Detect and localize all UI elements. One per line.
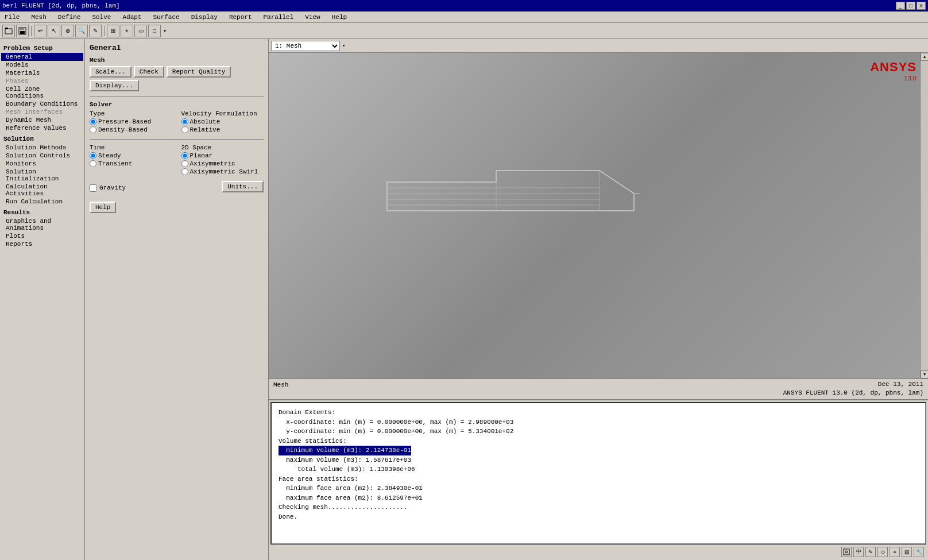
menu-view[interactable]: View bbox=[303, 13, 322, 21]
toolbar-measure[interactable]: ✎ bbox=[89, 25, 102, 37]
sidebar-item-models[interactable]: Models bbox=[1, 61, 83, 69]
density-based-label: Density-Based bbox=[98, 126, 148, 133]
toolbar-zoom-in-rect[interactable]: ⊕ bbox=[61, 25, 74, 37]
sidebar-item-cell-zone[interactable]: Cell Zone Conditions bbox=[1, 85, 83, 100]
toolbar-zoom-in[interactable]: 🔍 bbox=[75, 25, 88, 37]
console-tool-pencil[interactable]: ✎ bbox=[865, 547, 876, 557]
sidebar-item-boundary[interactable]: Boundary Conditions bbox=[1, 100, 83, 108]
close-button[interactable]: X bbox=[917, 2, 926, 10]
scrollbar-track bbox=[921, 61, 928, 370]
axisymmetric-swirl-radio[interactable] bbox=[181, 168, 188, 175]
scrollbar-up-arrow[interactable]: ▲ bbox=[921, 53, 928, 61]
viz-status-label: Mesh bbox=[273, 380, 288, 388]
console-line-12: Done. bbox=[279, 512, 918, 522]
display-btn-row: Display... bbox=[90, 80, 264, 91]
toolbar-open[interactable] bbox=[2, 25, 15, 37]
transient-radio[interactable] bbox=[90, 160, 96, 167]
sidebar-section-solution: Solution bbox=[1, 134, 83, 144]
pressure-based-radio[interactable] bbox=[90, 118, 96, 125]
sidebar-item-reference-values[interactable]: Reference Values bbox=[1, 124, 83, 132]
units-button[interactable]: Units... bbox=[222, 181, 264, 192]
planar-row: Planar bbox=[181, 152, 264, 159]
menu-display[interactable]: Display bbox=[189, 13, 220, 21]
console-tool-diamond[interactable]: ◇ bbox=[877, 547, 888, 557]
menu-adapt[interactable]: Adapt bbox=[120, 13, 144, 21]
sidebar-item-materials[interactable]: Materials bbox=[1, 69, 83, 77]
steady-label: Steady bbox=[98, 152, 121, 159]
viz-dropdown-arrow-icon: ▾ bbox=[342, 43, 345, 49]
toolbar-dropdown-arrow[interactable]: ▾ bbox=[163, 28, 167, 34]
toolbar-undo[interactable]: ↩ bbox=[34, 25, 47, 37]
maximize-button[interactable]: □ bbox=[906, 2, 915, 10]
viz-top: 1: Mesh ▾ ANSYS 13.0 bbox=[269, 39, 928, 399]
ansys-logo: ANSYS bbox=[870, 60, 917, 75]
density-based-radio[interactable] bbox=[90, 126, 96, 133]
planar-radio[interactable] bbox=[181, 152, 188, 159]
toolbar-pointer[interactable]: ↖ bbox=[48, 25, 60, 37]
axisymmetric-radio[interactable] bbox=[181, 160, 188, 167]
sidebar-item-plots[interactable]: Plots bbox=[1, 232, 83, 240]
scrollbar-down-arrow[interactable]: ▼ bbox=[921, 370, 928, 379]
toolbar-box[interactable]: □ bbox=[148, 25, 161, 37]
report-quality-button[interactable]: Report Quality bbox=[167, 66, 231, 78]
sidebar-item-solution-methods[interactable]: Solution Methods bbox=[1, 144, 83, 152]
console-tool-chinese[interactable]: 中 bbox=[853, 547, 864, 557]
toolbar-separator-1 bbox=[31, 26, 32, 36]
sidebar-item-calc-activities[interactable]: Calculation Activities bbox=[1, 183, 83, 198]
gravity-checkbox[interactable] bbox=[90, 184, 97, 192]
toolbar-save[interactable] bbox=[16, 25, 29, 37]
menu-parallel[interactable]: Parallel bbox=[261, 13, 296, 21]
minimize-button[interactable]: _ bbox=[896, 2, 905, 10]
viz-dropdown[interactable]: 1: Mesh bbox=[271, 41, 340, 51]
help-button[interactable]: Help bbox=[90, 202, 116, 213]
menu-define[interactable]: Define bbox=[56, 13, 83, 21]
toolbar-grid[interactable]: ⌖ bbox=[121, 25, 133, 37]
menu-mesh[interactable]: Mesh bbox=[29, 13, 48, 21]
toolbar-minus[interactable]: ▭ bbox=[134, 25, 147, 37]
sidebar-item-dynamic-mesh[interactable]: Dynamic Mesh bbox=[1, 116, 83, 124]
steady-radio[interactable] bbox=[90, 152, 96, 159]
svg-rect-12 bbox=[844, 549, 849, 555]
svg-point-13 bbox=[845, 551, 848, 553]
menu-report[interactable]: Report bbox=[227, 13, 254, 21]
console-tool-stack[interactable]: ▤ bbox=[902, 547, 912, 557]
scale-button[interactable]: Scale... bbox=[90, 66, 132, 78]
sidebar-item-run-calc[interactable]: Run Calculation bbox=[1, 198, 83, 206]
menu-surface[interactable]: Surface bbox=[150, 13, 181, 21]
sidebar-section-problem-setup: Problem Setup bbox=[1, 44, 83, 53]
menu-help[interactable]: Help bbox=[330, 13, 349, 21]
menu-solve[interactable]: Solve bbox=[90, 13, 113, 21]
console-tool-wrench[interactable]: 🔧 bbox=[914, 547, 924, 557]
sidebar-item-monitors[interactable]: Monitors bbox=[1, 160, 83, 168]
check-button[interactable]: Check bbox=[134, 66, 164, 78]
console-tool-table[interactable]: ≡ bbox=[890, 547, 900, 557]
gravity-label: Gravity bbox=[99, 184, 126, 191]
mesh-btn-row: Scale... Check Report Quality bbox=[90, 66, 264, 78]
main-layout: Problem Setup General Models Materials P… bbox=[0, 39, 928, 560]
viz-status: Mesh Dec 13, 2011 ANSYS FLUENT 13.0 (2d,… bbox=[269, 379, 928, 399]
sidebar-item-reports[interactable]: Reports bbox=[1, 240, 83, 248]
console-line-10: maximum face area (m2): 8.612597e+01 bbox=[279, 493, 918, 503]
absolute-radio[interactable] bbox=[181, 118, 188, 125]
time-form-row: Time Steady Transient 2D Space Planar bbox=[90, 144, 264, 176]
relative-radio[interactable] bbox=[181, 126, 188, 133]
console-tool-disk[interactable] bbox=[841, 547, 852, 557]
console-line-7: total volume (m3): 1.130398e+06 bbox=[279, 465, 918, 474]
sidebar-item-graphics[interactable]: Graphics and Animations bbox=[1, 217, 83, 232]
velocity-formulation-label: Velocity Formulation bbox=[181, 110, 264, 117]
toolbar-fit[interactable]: ⊞ bbox=[107, 25, 119, 37]
sidebar-item-solution-controls[interactable]: Solution Controls bbox=[1, 152, 83, 160]
menu-file[interactable]: File bbox=[2, 13, 22, 21]
general-panel-title: General bbox=[90, 44, 264, 52]
sidebar-item-general[interactable]: General bbox=[1, 53, 83, 61]
console-line-11: Checking mesh..................... bbox=[279, 503, 918, 512]
sidebar-section-results: Results bbox=[1, 208, 83, 217]
console-highlight-min-volume: minimum volume (m3): 2.124738e-01 bbox=[279, 446, 411, 455]
sidebar-item-solution-init[interactable]: Solution Initialization bbox=[1, 168, 83, 183]
ansys-version: 13.0 bbox=[904, 75, 917, 82]
steady-row: Steady bbox=[90, 152, 172, 159]
time-column: Time Steady Transient bbox=[90, 144, 172, 176]
display-button[interactable]: Display... bbox=[90, 80, 139, 91]
sidebar: Problem Setup General Models Materials P… bbox=[0, 39, 85, 560]
axisymmetric-swirl-row: Axisymmetric Swirl bbox=[181, 168, 264, 175]
